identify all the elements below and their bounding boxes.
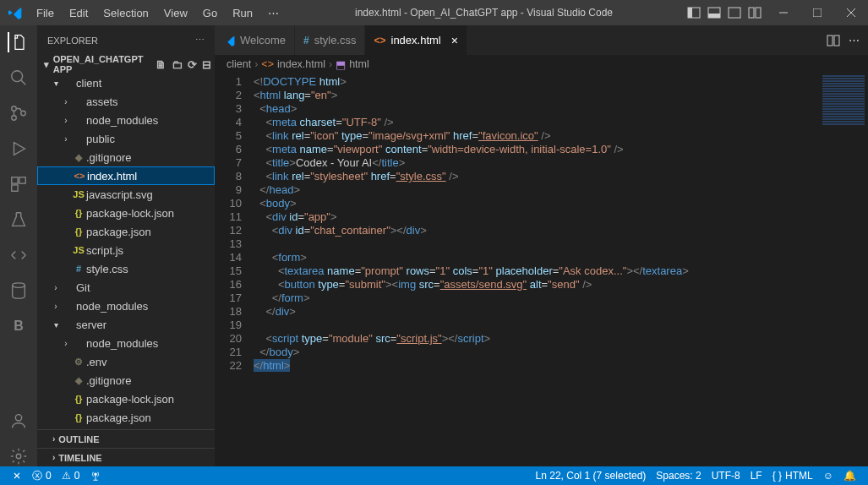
encoding[interactable]: UTF-8 [707,470,745,482]
tree-item[interactable]: ›public [37,129,215,148]
layout-controls[interactable] [682,6,767,19]
cursor-position[interactable]: Ln 22, Col 1 (7 selected) [531,470,652,482]
layout-grid-icon[interactable] [748,6,762,19]
file-tree[interactable]: ▾client›assets›node_modules›public◆.giti… [37,74,215,429]
menu-item-run[interactable]: Run [226,3,259,23]
svg-point-13 [12,106,17,112]
database-icon[interactable] [8,281,29,301]
split-editor-icon[interactable] [827,34,840,47]
menu-item-go[interactable]: Go [196,3,224,23]
menu-item-view[interactable]: View [157,3,194,23]
svg-rect-19 [12,185,18,191]
account-icon[interactable] [8,411,29,431]
tree-item[interactable]: ◆.gitignore [37,371,215,390]
errors-count[interactable]: ⓧ 0 [27,469,57,483]
menu-item-⋯[interactable]: ⋯ [261,3,286,23]
tree-item[interactable]: ›assets [37,92,215,111]
tree-item[interactable]: {}package-lock.json [37,390,215,408]
panel-right-icon[interactable] [728,6,741,19]
workspace-header[interactable]: ▾ OPEN_AI_CHATGPT APP 🗎 🗀 ⟳ ⊟ [37,55,215,74]
tree-item[interactable]: JSscript.js [37,241,215,259]
extensions-icon[interactable] [8,174,29,194]
indentation[interactable]: Spaces: 2 [651,470,706,482]
menu-item-file[interactable]: File [30,3,61,23]
collapse-all-icon[interactable]: ⊟ [202,58,211,71]
eol[interactable]: LF [745,470,767,482]
run-debug-icon[interactable] [8,139,29,159]
tree-item[interactable]: ›node_modules [37,111,215,129]
tab-index.html[interactable]: <>index.html× [365,25,467,55]
editor-group: Welcome#style.css<>index.html×⋯ client› … [215,25,868,466]
tab-bar: Welcome#style.css<>index.html×⋯ [215,25,868,55]
tree-item[interactable]: <>index.html [37,166,215,185]
minimize-button[interactable] [767,0,800,25]
svg-rect-3 [708,14,720,18]
panel-bottom-icon[interactable] [707,6,721,19]
breadcrumbs[interactable]: client› <> index.html› ⬒ html [215,55,868,74]
activity-bar: B [0,25,37,466]
tree-item[interactable]: ›node_modules [37,334,215,352]
svg-rect-4 [729,8,740,18]
menu-item-edit[interactable]: Edit [63,3,95,23]
tree-item[interactable]: ⚙.env [37,352,215,371]
tree-item[interactable]: ◆.gitignore [37,148,215,166]
close-window-button[interactable] [834,0,868,25]
testing-icon[interactable] [8,210,29,230]
svg-point-22 [16,454,21,459]
svg-rect-18 [19,177,25,183]
warnings-count[interactable]: ⚠ 0 [57,470,85,482]
language-mode[interactable]: { } HTML [767,470,818,482]
new-file-icon[interactable]: 🗎 [156,58,167,71]
notifications-icon[interactable]: 🔔 [838,470,861,482]
sidebar-more-icon[interactable]: ⋯ [195,35,205,46]
tree-item[interactable]: ▾client [37,74,215,92]
panel-left-icon[interactable] [687,6,701,19]
tree-item[interactable]: ▾server [37,315,215,334]
tree-item[interactable]: JSjavascript.svg [37,185,215,204]
timeline-pane[interactable]: ›TIMELINE [37,448,215,466]
tree-item[interactable]: {}package.json [37,222,215,241]
tree-item[interactable]: #style.css [37,259,215,278]
remote-icon[interactable] [8,245,29,265]
sidebar: EXPLORER ⋯ ▾ OPEN_AI_CHATGPT APP 🗎 🗀 ⟳ ⊟… [37,25,215,466]
vscode-logo-icon [0,6,30,19]
feedback-icon[interactable]: ☺ [818,470,838,482]
tree-item[interactable]: {}package.json [37,408,215,427]
svg-point-11 [12,71,23,82]
settings-gear-icon[interactable] [8,446,29,466]
svg-rect-17 [12,177,18,183]
tree-item[interactable]: {}package-lock.json [37,204,215,222]
svg-rect-1 [688,8,692,18]
maximize-button[interactable] [800,0,834,25]
letter-b-icon[interactable]: B [8,316,29,336]
svg-rect-6 [756,8,761,18]
search-icon[interactable] [8,68,29,88]
menu-item-selection[interactable]: Selection [96,3,155,23]
explorer-icon[interactable] [8,32,28,52]
tab-welcome[interactable]: Welcome [215,25,295,55]
svg-line-12 [21,80,26,85]
radio-tower-icon[interactable] [85,470,106,482]
svg-rect-23 [827,35,833,46]
refresh-icon[interactable]: ⟳ [188,58,197,71]
code-editor[interactable]: 12345678910111213141516171819202122 <!DO… [215,74,868,466]
outline-pane[interactable]: ›OUTLINE [37,429,215,448]
minimap[interactable] [822,75,865,126]
more-actions-icon[interactable]: ⋯ [849,34,860,46]
source-control-icon[interactable] [8,103,29,123]
new-folder-icon[interactable]: 🗀 [172,58,183,71]
tree-item[interactable]: ›Git [37,278,215,297]
svg-rect-24 [834,35,839,46]
window-title: index.html - Open_AI_ChatGPT app - Visua… [286,7,682,19]
svg-point-15 [21,111,26,116]
sidebar-title: EXPLORER [47,35,98,46]
svg-point-20 [13,283,25,288]
tab-style.css[interactable]: #style.css [295,25,366,55]
status-bar: ⓧ 0 ⚠ 0 Ln 22, Col 1 (7 selected) Spaces… [0,466,868,485]
svg-point-14 [12,116,17,121]
svg-rect-5 [749,8,754,18]
close-tab-icon[interactable]: × [451,34,458,47]
remote-indicator[interactable] [7,471,27,481]
workspace-name: OPEN_AI_CHATGPT APP [53,54,156,74]
tree-item[interactable]: ›node_modules [37,297,215,315]
